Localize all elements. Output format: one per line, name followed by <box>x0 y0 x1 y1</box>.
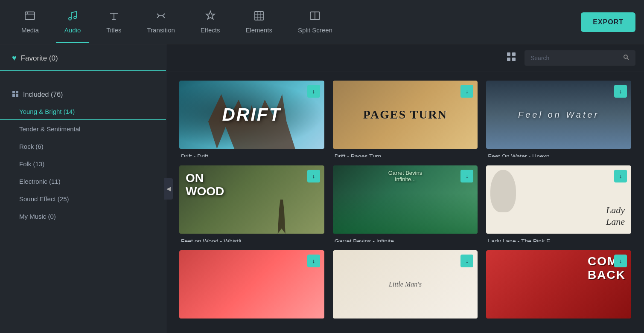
search-bar <box>525 50 635 66</box>
toolbar <box>166 44 644 72</box>
nav-item-audio[interactable]: Audio <box>52 6 93 38</box>
sidebar-item-folk[interactable]: Folk (13) <box>0 155 166 173</box>
media-card-row3c[interactable]: COMEBACK ↓ <box>486 250 631 324</box>
card-title-feet-water: Feet On Water - Unexp... <box>486 149 631 157</box>
elements-icon <box>254 10 265 23</box>
download-badge-row3a[interactable]: ↓ <box>307 255 320 267</box>
nav-label-audio: Audio <box>64 26 81 34</box>
grid-view-button[interactable] <box>505 50 518 66</box>
media-card-feet-water[interactable]: Feel on Water ↓ Feet On Water - Unexp... <box>486 81 631 157</box>
row3b-overlay-text: Little Man's <box>333 250 478 319</box>
nav-item-media[interactable]: Media <box>9 6 52 38</box>
media-icon <box>24 10 35 23</box>
category-sound-label: Sound Effect (25) <box>19 195 69 203</box>
svg-rect-0 <box>25 12 35 20</box>
category-young-label: Young & Bright (14) <box>19 108 75 115</box>
card-title-garret: Garret Bevins - Infinite ... <box>333 234 478 242</box>
sidebar-divider <box>12 80 154 80</box>
nav-item-transition[interactable]: Transition <box>134 6 188 38</box>
download-badge-feet-water[interactable]: ↓ <box>614 85 627 98</box>
card-title-on-wood: Feet on Wood - Whistli... <box>179 234 324 242</box>
top-navigation: Media Audio Titles <box>0 0 644 44</box>
download-badge-garret[interactable]: ↓ <box>460 170 473 182</box>
sidebar-item-sound[interactable]: Sound Effect (25) <box>0 190 166 208</box>
sidebar-item-rock[interactable]: Rock (6) <box>0 138 166 155</box>
category-folk-label: Folk (13) <box>19 160 44 168</box>
download-badge-pages[interactable]: ↓ <box>460 85 473 98</box>
card-title-pages: Drift - Pages Turn <box>333 149 478 157</box>
garret-overlay-text: Garret BevinsInfinite... <box>388 170 422 182</box>
svg-rect-18 <box>512 58 516 61</box>
card-title-lady: Lady Lane - The Pink E... <box>486 234 631 242</box>
download-badge-row3b[interactable]: ↓ <box>460 255 473 267</box>
sidebar-item-electronic[interactable]: Electronic (11) <box>0 173 166 190</box>
svg-point-1 <box>69 17 71 20</box>
titles-icon <box>108 10 119 23</box>
on-wood-overlay-text: ONWOOD <box>186 172 224 198</box>
media-card-lady[interactable]: LadyLane ↓ Lady Lane - The Pink E... <box>486 165 631 242</box>
svg-rect-11 <box>12 91 15 93</box>
sidebar-included-header: Included (76) <box>0 84 166 103</box>
favorite-label: Favorite (0) <box>21 54 58 63</box>
nav-label-titles: Titles <box>106 26 121 34</box>
media-card-garret[interactable]: Garret BevinsInfinite... ↓ Garret Bevins… <box>333 165 478 242</box>
download-badge-row3c[interactable]: ↓ <box>614 255 627 267</box>
svg-line-20 <box>627 58 629 60</box>
sidebar-item-young[interactable]: Young & Bright (14) <box>0 103 166 120</box>
sidebar-item-tender[interactable]: Tender & Sentimental <box>0 120 166 138</box>
feet-water-overlay-text: Feel on Water <box>486 81 631 149</box>
download-badge-on-wood[interactable]: ↓ <box>307 170 320 182</box>
search-icon <box>623 54 629 62</box>
nav-label-effects: Effects <box>201 26 220 34</box>
svg-rect-14 <box>16 94 18 97</box>
included-label: Included (76) <box>23 91 63 98</box>
media-card-row3b[interactable]: Little Man's ↓ <box>333 250 478 324</box>
card-title-row3a <box>179 319 324 324</box>
nav-label-splitscreen: Split Screen <box>298 26 332 34</box>
category-rock-label: Rock (6) <box>19 143 44 150</box>
sidebar-item-mymusic[interactable]: My Music (0) <box>0 208 166 225</box>
splitscreen-icon <box>309 10 321 23</box>
drift-overlay-text: DRIFT <box>179 81 324 149</box>
category-electronic-label: Electronic (11) <box>19 178 61 185</box>
effects-icon <box>205 10 216 23</box>
nav-label-media: Media <box>21 26 39 34</box>
download-badge-drift[interactable]: ↓ <box>307 85 320 98</box>
lady-overlay-text: LadyLane <box>606 205 625 227</box>
media-grid: DRIFT ↓ Drift - Drift PAGES TURN ↓ Drift… <box>166 72 644 333</box>
card-title-row3c <box>486 319 631 324</box>
collapse-icon: ◀ <box>166 185 171 192</box>
search-input[interactable] <box>530 55 619 61</box>
transition-icon <box>155 10 166 23</box>
nav-item-effects[interactable]: Effects <box>188 6 233 38</box>
category-tender-label: Tender & Sentimental <box>19 125 80 133</box>
main-content: ♥ Favorite (0) Included (76) Young & Bri… <box>0 44 644 333</box>
audio-icon <box>67 10 78 23</box>
svg-point-2 <box>74 16 76 19</box>
svg-point-19 <box>624 55 627 58</box>
right-panel: DRIFT ↓ Drift - Drift PAGES TURN ↓ Drift… <box>166 44 644 333</box>
svg-rect-13 <box>12 94 15 97</box>
download-badge-lady[interactable]: ↓ <box>614 170 627 182</box>
card-title-drift: Drift - Drift <box>179 149 324 157</box>
media-card-drift[interactable]: DRIFT ↓ Drift - Drift <box>179 81 324 157</box>
nav-label-transition: Transition <box>147 26 175 34</box>
svg-rect-17 <box>507 58 510 61</box>
nav-item-splitscreen[interactable]: Split Screen <box>285 6 345 38</box>
card-title-row3b <box>333 319 478 324</box>
grid-icon-sidebar <box>12 90 19 98</box>
nav-item-elements[interactable]: Elements <box>233 6 285 38</box>
heart-icon: ♥ <box>12 54 17 63</box>
media-card-on-wood[interactable]: ONWOOD ↓ Feet on Wood - Whistli... <box>179 165 324 242</box>
sidebar-collapse-button[interactable]: ◀ <box>164 178 173 200</box>
sidebar-favorite[interactable]: ♥ Favorite (0) <box>0 44 166 71</box>
sidebar: ♥ Favorite (0) Included (76) Young & Bri… <box>0 44 166 333</box>
pages-overlay-text: PAGES TURN <box>333 81 478 149</box>
nav-item-titles[interactable]: Titles <box>93 6 134 38</box>
category-mymusic-label: My Music (0) <box>19 213 56 220</box>
svg-marker-7 <box>206 11 215 19</box>
svg-rect-8 <box>255 12 263 20</box>
media-card-pages[interactable]: PAGES TURN ↓ Drift - Pages Turn <box>333 81 478 157</box>
media-card-row3a[interactable]: ↓ <box>179 250 324 324</box>
export-button[interactable]: EXPORT <box>581 12 635 32</box>
